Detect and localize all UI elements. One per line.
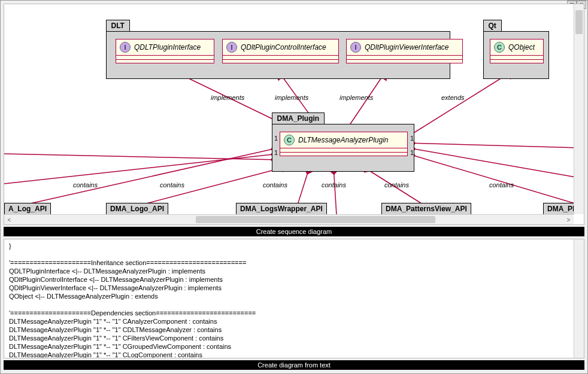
relation-label: contains: [160, 181, 184, 188]
diagram-canvas[interactable]: DLT IQDLTPluginInterface IQDltPluginCont…: [4, 4, 584, 224]
package-tab-log-api[interactable]: A_Log_API: [4, 203, 51, 214]
svg-line-4: [4, 154, 278, 160]
svg-line-8: [298, 167, 310, 205]
multiplicity-label: 1: [274, 135, 278, 142]
create-diagram-button[interactable]: Create diagram from text: [4, 360, 584, 370]
svg-line-9: [334, 167, 337, 215]
package-dma-plugin: DMA_Plugin CDLTMessageAnalyzerPlugin: [272, 124, 414, 172]
text-content[interactable]: } '=====================Inheritance sect…: [9, 242, 579, 358]
create-sequence-button[interactable]: Create sequence diagram: [4, 227, 584, 236]
class-qdltpluginviewerinterface[interactable]: IQDltPluginViewerInterface: [346, 39, 463, 63]
relation-label: contains: [73, 181, 98, 188]
package-qt-label: Qt: [483, 20, 502, 31]
class-name: QObject: [508, 43, 535, 51]
scroll-left-icon[interactable]: <: [4, 215, 14, 224]
diagram-horizontal-scrollbar[interactable]: < >: [4, 214, 574, 224]
class-name: QDLTPluginInterface: [134, 43, 201, 51]
package-tab-patternsview-api[interactable]: DMA_PatternsView_API: [381, 203, 471, 214]
svg-line-6: [25, 148, 278, 205]
diagram-panel: DLT IQDLTPluginInterface IQDltPluginCont…: [4, 4, 584, 225]
relation-label: extends: [441, 94, 465, 101]
class-qobject[interactable]: CQObject: [490, 39, 544, 63]
package-dlt-label: DLT: [106, 20, 130, 31]
multiplicity-label: 1: [274, 149, 278, 156]
class-icon: C: [494, 42, 505, 53]
svg-line-5: [4, 154, 278, 184]
relation-label: implements: [211, 94, 244, 101]
relation-label: contains: [263, 181, 287, 188]
text-vertical-scrollbar[interactable]: [574, 239, 584, 358]
svg-line-11: [408, 154, 579, 205]
interface-icon: I: [226, 42, 237, 53]
relation-label: implements: [275, 94, 308, 101]
package-dlt: DLT IQDLTPluginInterface IQDltPluginCont…: [106, 31, 450, 79]
relation-label: contains: [489, 181, 514, 188]
class-icon: C: [284, 135, 295, 145]
app-window: □ ×: [0, 0, 588, 374]
diagram-vertical-scrollbar[interactable]: [574, 4, 584, 214]
class-name: QDltPluginViewerInterface: [365, 43, 449, 51]
relation-label: contains: [322, 181, 346, 188]
svg-line-13: [408, 143, 579, 148]
package-dma-plugin-label: DMA_Plugin: [272, 112, 325, 124]
class-name: DLTMessageAnalyzerPlugin: [298, 136, 389, 144]
interface-icon: I: [350, 42, 361, 53]
svg-line-3: [399, 69, 516, 142]
package-qt: Qt CQObject: [483, 31, 549, 79]
multiplicity-label: 1: [410, 149, 414, 156]
interface-icon: I: [120, 42, 131, 53]
class-qdltplugincontrolinterface[interactable]: IQDltPluginControlInterface: [222, 39, 339, 63]
package-tab-logo-api[interactable]: DMA_Logo_API: [106, 203, 168, 214]
class-dltmessageanalyzerplugin[interactable]: CDLTMessageAnalyzerPlugin: [280, 132, 408, 156]
relation-label: implements: [340, 94, 373, 101]
svg-line-12: [408, 148, 579, 178]
class-name: QDltPluginControlInterface: [241, 43, 326, 51]
source-text-panel[interactable]: } '=====================Inheritance sect…: [4, 239, 584, 358]
relation-label: contains: [384, 181, 409, 188]
scroll-right-icon[interactable]: >: [563, 215, 574, 224]
class-qdltplugininterface[interactable]: IQDLTPluginInterface: [116, 39, 214, 63]
package-tab-logswrapper-api[interactable]: DMA_LogsWrapper_API: [236, 203, 327, 214]
multiplicity-label: 1: [410, 135, 414, 142]
